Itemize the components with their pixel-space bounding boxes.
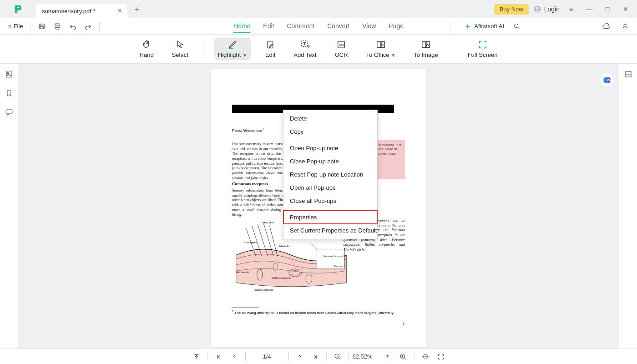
full-screen-tool[interactable]: Full Screen — [464, 38, 501, 60]
to-image-tool[interactable]: To Image — [410, 38, 441, 60]
label-dermis: Dermis — [334, 265, 343, 268]
cloud-icon[interactable] — [600, 20, 612, 33]
select-tool[interactable]: Select — [168, 38, 192, 60]
file-label: File — [14, 23, 23, 30]
document-tab[interactable]: somatosensory.pdf * × — [36, 4, 127, 18]
hamburger-icon[interactable]: ≡ — [564, 5, 578, 13]
svg-rect-18 — [6, 71, 12, 77]
ctx-delete[interactable]: Delete — [283, 112, 377, 125]
label-merkel: Merkel's — [279, 245, 289, 248]
new-tab-button[interactable]: ＋ — [130, 4, 144, 15]
tab-view[interactable]: View — [362, 20, 376, 33]
source-line: From Wikibooks1 — [232, 127, 264, 133]
svg-point-8 — [515, 24, 518, 27]
ocr-tool[interactable]: OCR OCR — [331, 38, 352, 60]
undo-icon[interactable] — [66, 20, 79, 33]
redo-icon[interactable] — [82, 20, 95, 33]
thumbnails-icon[interactable] — [5, 70, 13, 78]
to-office-icon: W — [376, 40, 386, 50]
zoom-out-icon[interactable] — [333, 352, 342, 361]
svg-text:OCR: OCR — [339, 44, 346, 47]
hand-tool[interactable]: Hand — [136, 38, 157, 60]
prev-page-icon[interactable] — [230, 352, 239, 361]
first-page-icon[interactable] — [214, 352, 223, 361]
ctx-properties[interactable]: Properties — [283, 211, 377, 224]
panel-toggle-icon[interactable] — [624, 70, 632, 78]
to-office-label: To Office ▼ — [366, 51, 396, 58]
save-icon[interactable] — [35, 20, 48, 33]
ctx-set-default[interactable]: Set Current Properties as Default — [283, 224, 377, 237]
label-ruffini: Ruffini's corpuscle — [272, 277, 291, 279]
add-text-tool[interactable]: Add Text — [290, 38, 320, 60]
zoom-selector[interactable]: 62.52% — [349, 352, 392, 361]
left-sidebar — [0, 64, 18, 349]
ai-button[interactable]: Afirstsoft AI — [464, 23, 504, 30]
svg-rect-3 — [40, 24, 43, 25]
search-icon[interactable] — [511, 20, 523, 33]
scroll-top-icon[interactable] — [192, 352, 201, 361]
tab-home[interactable]: Home — [233, 20, 250, 33]
workspace: W From Wikibooks1 Our somatosensory syst… — [0, 64, 637, 349]
add-text-label: Add Text — [293, 51, 316, 58]
buy-now-button[interactable]: Buy Now — [494, 4, 529, 15]
context-menu: Delete Copy Open Pop-up note Close Pop-u… — [283, 110, 378, 239]
ctx-copy[interactable]: Copy — [283, 125, 377, 138]
label-freenerve: Free nerve — [244, 241, 258, 244]
highlight-tool[interactable]: Highlight ▼ — [214, 38, 251, 60]
status-bar: 1/4 62.52% — [0, 349, 637, 364]
tab-convert[interactable]: Convert — [327, 20, 349, 33]
ocr-label: OCR — [335, 51, 348, 58]
hamburger-small-icon: ≡ — [8, 23, 12, 30]
svg-rect-7 — [56, 27, 59, 29]
tab-edit[interactable]: Edit — [263, 20, 274, 33]
print-icon[interactable] — [51, 20, 64, 33]
login-button[interactable]: Login — [533, 5, 560, 13]
ctx-close-popup[interactable]: Close Pop-up note — [283, 155, 377, 168]
svg-text:W: W — [381, 43, 384, 46]
chevron-down-icon: ▼ — [391, 53, 395, 58]
ctx-close-all[interactable]: Close all Pop-ups — [283, 194, 377, 207]
bookmark-icon[interactable] — [5, 89, 13, 97]
collapse-icon[interactable] — [619, 20, 632, 33]
comment-panel-icon[interactable] — [5, 108, 13, 116]
right-sidebar — [619, 64, 637, 349]
convert-word-badge[interactable]: W — [600, 73, 614, 87]
fit-page-icon[interactable] — [436, 352, 445, 361]
svg-rect-4 — [40, 26, 43, 29]
tab-page[interactable]: Page — [389, 20, 404, 33]
edit-tool[interactable]: Edit — [262, 38, 279, 60]
file-menu[interactable]: ≡ File — [5, 21, 26, 31]
sparkle-icon — [464, 23, 471, 30]
to-office-tool[interactable]: W To Office ▼ — [363, 38, 399, 60]
last-page-icon[interactable] — [311, 352, 320, 361]
chevron-down-icon: ▼ — [243, 53, 247, 58]
highlight-label: Highlight ▼ — [218, 51, 247, 58]
page-indicator[interactable]: 1/4 — [245, 352, 289, 361]
next-page-icon[interactable] — [295, 352, 304, 361]
footnote-text: 1 The following description is based on … — [232, 310, 394, 315]
heading-cutaneous: Cutaneous receptors — [232, 182, 268, 186]
tab-comment[interactable]: Comment — [287, 20, 314, 33]
ctx-open-all[interactable]: Open all Pop-ups — [283, 181, 377, 194]
zoom-in-icon[interactable] — [399, 352, 408, 361]
window-maximize-icon[interactable]: □ — [601, 5, 614, 13]
document-tab-title: somatosensory.pdf * — [42, 8, 96, 15]
window-close-icon[interactable]: ✕ — [619, 5, 632, 13]
svg-point-1 — [536, 7, 538, 9]
edit-label: Edit — [265, 51, 275, 58]
title-bar: somatosensory.pdf * × ＋ Buy Now Login ≡ … — [0, 0, 637, 18]
window-minimize-icon[interactable]: — — [582, 5, 596, 13]
hand-label: Hand — [140, 51, 154, 58]
ctx-open-popup[interactable]: Open Pop-up note — [283, 142, 377, 155]
fullscreen-icon — [478, 40, 488, 50]
add-text-icon — [300, 40, 310, 50]
ctx-reset-popup[interactable]: Reset Pop-up note Location — [283, 168, 377, 181]
fit-width-icon[interactable] — [421, 352, 430, 361]
pdf-page-number: 1 — [403, 321, 405, 326]
ai-label: Afirstsoft AI — [474, 23, 504, 30]
label-meissner: Meissner's corpuscle — [324, 255, 345, 258]
select-label: Select — [172, 51, 188, 58]
close-tab-icon[interactable]: × — [118, 7, 122, 15]
to-image-icon — [421, 40, 431, 50]
hand-icon — [142, 40, 152, 50]
